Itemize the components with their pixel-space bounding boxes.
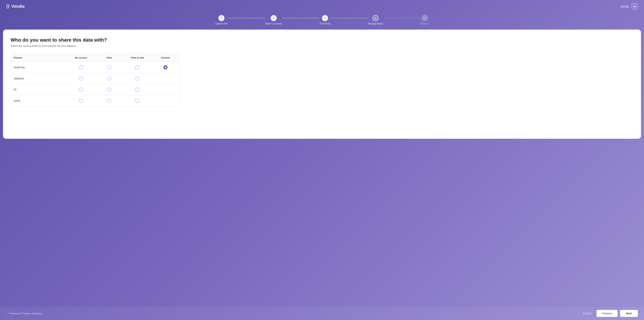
radio-id-no-access[interactable] — [79, 88, 83, 92]
step-circle-upload-file: ✓ — [218, 15, 224, 21]
cell-name-view[interactable] — [95, 95, 123, 106]
radio-name-no-access[interactable] — [79, 99, 83, 103]
step-match-columns[interactable]: ✓ Match Columns — [265, 15, 282, 25]
step-circle-fix-errors: ✓ — [322, 15, 328, 21]
feedback-area[interactable]: ○ Feedback & Feature Requests — [6, 312, 42, 315]
cell-nodetwo-custom[interactable] — [151, 62, 180, 73]
main-content: Who do you want to share this data with?… — [0, 30, 644, 307]
header: ⟨⟩ Vendia Vendia AV — [0, 0, 644, 13]
feedback-label[interactable]: Feedback & Feature Requests — [9, 312, 42, 315]
radio-nodetwo-custom[interactable] — [163, 65, 168, 69]
radio-objname-view-edit[interactable] — [135, 76, 139, 81]
table-row: objName — [11, 73, 180, 84]
stepper: ✓ Upload File ✓ Match Columns ✓ Fix Erro… — [0, 13, 644, 30]
step-circle-sharing-rules: 4 — [372, 15, 378, 21]
step-fix-errors[interactable]: ✓ Fix Errors — [320, 15, 330, 25]
step-sharing-rules[interactable]: 4 Sharing Rules — [368, 15, 383, 25]
cell-id-view[interactable] — [95, 84, 123, 95]
radio-nodetwo-view-edit[interactable] — [135, 65, 139, 69]
cell-nodetwo-no-access[interactable] — [67, 62, 95, 73]
cell-id-no-access[interactable] — [67, 84, 95, 95]
cell-objname-custom — [151, 75, 180, 82]
col-header-partner: Partner — [11, 54, 67, 62]
cell-nodetwo-view-edit[interactable] — [123, 62, 152, 73]
table-header: Partner No access View View & edit Custo… — [11, 54, 180, 62]
partner-name-nodetwo: NodeTwo — [11, 63, 67, 72]
footer-actions: Cancel Previous Next — [580, 310, 638, 317]
col-header-view: View — [95, 54, 123, 62]
next-button[interactable]: Next — [620, 310, 638, 317]
connector-3 — [330, 18, 368, 18]
radio-objname-view[interactable] — [107, 76, 111, 81]
cell-objname-view[interactable] — [95, 73, 123, 84]
radio-id-view[interactable] — [107, 88, 111, 92]
partner-name-id: ID — [11, 85, 67, 94]
cell-name-view-edit[interactable] — [123, 95, 152, 106]
cell-name-custom — [151, 97, 180, 104]
avatar[interactable]: AV — [631, 3, 638, 10]
user-name-label: Vendia — [620, 5, 629, 8]
cell-name-no-access[interactable] — [67, 95, 95, 106]
connector-4 — [383, 18, 421, 18]
page-title: Who do you want to share this data with? — [10, 37, 634, 43]
logo: ⟨⟩ Vendia — [6, 4, 24, 9]
table-row: name — [11, 95, 180, 106]
radio-objname-no-access[interactable] — [79, 76, 83, 81]
step-review[interactable]: 5 Review — [421, 15, 429, 25]
step-upload-file[interactable]: ✓ Upload File — [215, 15, 228, 25]
page-subtitle: Select the access level for each partner… — [10, 44, 634, 47]
user-area: Vendia AV — [620, 3, 638, 10]
radio-nodetwo-view[interactable] — [107, 65, 111, 69]
previous-button[interactable]: Previous — [596, 310, 618, 317]
vendia-logo-icon: ⟨⟩ — [6, 4, 10, 9]
radio-name-view[interactable] — [107, 99, 111, 103]
cell-id-custom — [151, 86, 180, 93]
col-header-no-access: No access — [67, 54, 95, 62]
partner-name-objname: objName — [11, 74, 67, 83]
cell-objname-no-access[interactable] — [67, 73, 95, 84]
col-header-custom: Custom — [151, 54, 180, 62]
step-label-sharing-rules: Sharing Rules — [368, 22, 383, 25]
step-circle-review: 5 — [422, 15, 428, 21]
partner-name-name: name — [11, 96, 67, 106]
connector-2 — [282, 18, 320, 18]
step-label-fix-errors: Fix Errors — [320, 22, 330, 25]
col-header-view-edit: View & edit — [123, 54, 152, 62]
main-card: Who do you want to share this data with?… — [3, 30, 641, 139]
footer: ○ Feedback & Feature Requests Cancel Pre… — [0, 307, 644, 320]
cancel-button[interactable]: Cancel — [580, 310, 594, 317]
step-circle-match-columns: ✓ — [271, 15, 277, 21]
radio-nodetwo-no-access[interactable] — [79, 65, 83, 69]
sharing-table: Partner No access View View & edit Custo… — [10, 54, 180, 106]
cell-nodetwo-view[interactable] — [95, 62, 123, 73]
feedback-icon: ○ — [6, 312, 8, 315]
cell-objname-view-edit[interactable] — [123, 73, 152, 84]
step-label-match-columns: Match Columns — [265, 22, 282, 25]
radio-name-view-edit[interactable] — [135, 99, 139, 103]
avatar-initials: AV — [633, 5, 636, 8]
table-row: ID — [11, 84, 180, 95]
table-row: NodeTwo — [11, 62, 180, 73]
logo-text: Vendia — [11, 4, 24, 9]
connector-1 — [228, 18, 265, 18]
step-label-upload-file: Upload File — [215, 22, 228, 25]
radio-id-view-edit[interactable] — [135, 88, 139, 92]
step-label-review: Review — [421, 22, 429, 25]
cell-id-view-edit[interactable] — [123, 84, 152, 95]
